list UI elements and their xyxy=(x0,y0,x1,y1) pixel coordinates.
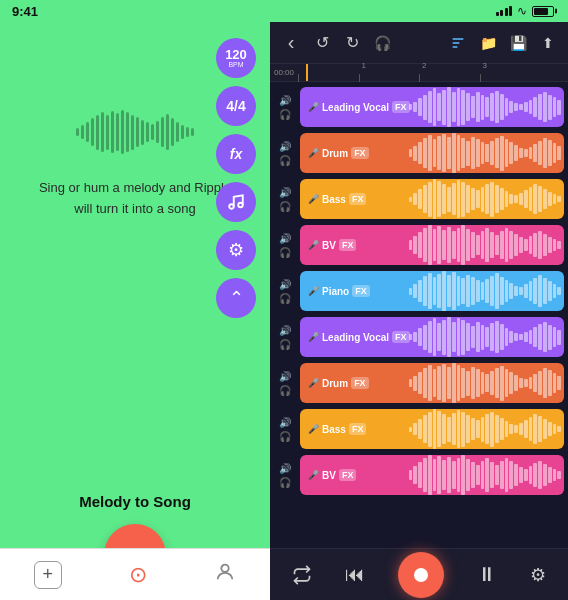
undo-button[interactable]: ↺ xyxy=(308,29,336,57)
status-time: 9:41 xyxy=(12,4,38,19)
bpm-button[interactable]: 120 BPM xyxy=(216,38,256,78)
bpm-value: 120 xyxy=(225,48,247,61)
left-panel: 120 BPM 4/4 fx ⚙ ⌃ xyxy=(0,22,270,600)
waveform-visualization xyxy=(406,317,564,357)
tune-tool-button[interactable] xyxy=(444,29,472,57)
bottom-nav: + ⊙ xyxy=(0,548,270,600)
track-label: 🎤DrumFX xyxy=(308,377,369,389)
right-toolbar: ‹ ↺ ↻ 🎧 📁 💾 ⬆ xyxy=(270,22,568,64)
track-row: 🔊 🎧 🎤BVFX xyxy=(270,453,568,497)
status-bar: 9:41 ∿ xyxy=(0,0,568,22)
waveform-visualization xyxy=(406,363,564,403)
waveform-visualization xyxy=(406,409,564,449)
track-waveform[interactable]: 🎤DrumFX xyxy=(300,133,564,173)
waveform-display xyxy=(40,102,230,162)
waveform-visualization xyxy=(406,179,564,219)
track-waveform[interactable]: 🎤Leading VocalFX xyxy=(300,317,564,357)
track-waveform[interactable]: 🎤PianoFX xyxy=(300,271,564,311)
track-row: 🔊 🎧 🎤BassFX xyxy=(270,177,568,221)
track-label: 🎤Leading VocalFX xyxy=(308,331,410,343)
status-right: ∿ xyxy=(496,4,555,18)
mute-icon[interactable]: 🔊 xyxy=(279,279,291,290)
track-label: 🎤DrumFX xyxy=(308,147,369,159)
back-button[interactable]: ‹ xyxy=(276,28,306,58)
waveform-visualization xyxy=(406,271,564,311)
track-label: 🎤BVFX xyxy=(308,239,356,251)
timeline-ruler: 00:00 1 2 3 xyxy=(270,64,568,82)
svg-point-2 xyxy=(222,565,229,572)
chevron-up-button[interactable]: ⌃ xyxy=(216,278,256,318)
redo-button[interactable]: ↻ xyxy=(338,29,366,57)
mute-icon[interactable]: 🔊 xyxy=(279,417,291,428)
mute-icon[interactable]: 🔊 xyxy=(279,141,291,152)
tool-buttons: 120 BPM 4/4 fx ⚙ ⌃ xyxy=(216,38,256,318)
mute-icon[interactable]: 🔊 xyxy=(279,371,291,382)
waveform-visualization xyxy=(406,455,564,495)
headphone-track-icon[interactable]: 🎧 xyxy=(279,247,291,258)
track-label: 🎤BassFX xyxy=(308,423,366,435)
headphone-track-icon[interactable]: 🎧 xyxy=(279,155,291,166)
headphone-track-icon[interactable]: 🎧 xyxy=(279,201,291,212)
loop-button[interactable] xyxy=(292,565,312,585)
signal-icon xyxy=(496,6,513,16)
headphone-track-icon[interactable]: 🎧 xyxy=(279,385,291,396)
transport-record-button[interactable] xyxy=(398,552,444,598)
track-row: 🔊 🎧 🎤PianoFX xyxy=(270,269,568,313)
mute-icon[interactable]: 🔊 xyxy=(279,233,291,244)
mute-icon[interactable]: 🔊 xyxy=(279,187,291,198)
add-nav-button[interactable]: + xyxy=(34,561,62,589)
share-button[interactable]: ⬆ xyxy=(534,29,562,57)
wifi-icon: ∿ xyxy=(517,4,527,18)
mode-label: Melody to Song xyxy=(79,493,191,510)
fx-button[interactable]: fx xyxy=(216,134,256,174)
pause-button[interactable]: ⏸ xyxy=(477,563,497,586)
mute-icon[interactable]: 🔊 xyxy=(279,463,291,474)
transport-settings-button[interactable]: ⚙ xyxy=(530,564,546,586)
bottom-transport: ⏮ ⏸ ⚙ xyxy=(270,548,568,600)
waveform-visualization xyxy=(406,87,564,127)
track-waveform[interactable]: 🎤DrumFX xyxy=(300,363,564,403)
track-waveform[interactable]: 🎤BassFX xyxy=(300,179,564,219)
svg-point-1 xyxy=(238,203,243,208)
rewind-button[interactable]: ⏮ xyxy=(345,563,365,586)
track-row: 🔊 🎧 🎤BVFX xyxy=(270,223,568,267)
time-sig-button[interactable]: 4/4 xyxy=(216,86,256,126)
track-waveform[interactable]: 🎤BVFX xyxy=(300,225,564,265)
home-nav-button[interactable]: ⊙ xyxy=(129,562,147,588)
track-waveform[interactable]: 🎤BassFX xyxy=(300,409,564,449)
track-waveform[interactable]: 🎤BVFX xyxy=(300,455,564,495)
svg-point-0 xyxy=(229,204,234,209)
save-button[interactable]: 💾 xyxy=(504,29,532,57)
track-label: 🎤BassFX xyxy=(308,193,366,205)
mute-icon[interactable]: 🔊 xyxy=(279,95,291,106)
headphone-track-icon[interactable]: 🎧 xyxy=(279,339,291,350)
headphone-track-icon[interactable]: 🎧 xyxy=(279,109,291,120)
right-panel: ‹ ↺ ↻ 🎧 📁 💾 ⬆ 00:00 1 2 3 xyxy=(270,22,568,600)
headphone-track-icon[interactable]: 🎧 xyxy=(279,293,291,304)
track-label: 🎤Leading VocalFX xyxy=(308,101,410,113)
track-row: 🔊 🎧 🎤DrumFX xyxy=(270,361,568,405)
tracks-area: 🔊 🎧 🎤Leading VocalFX 🔊 🎧 🎤DrumFX 🔊 🎧 🎤Ba… xyxy=(270,82,568,548)
track-waveform[interactable]: 🎤Leading VocalFX xyxy=(300,87,564,127)
main-content: 120 BPM 4/4 fx ⚙ ⌃ xyxy=(0,22,568,600)
waveform-visualization xyxy=(406,133,564,173)
waveform-visualization xyxy=(406,225,564,265)
track-row: 🔊 🎧 🎤BassFX xyxy=(270,407,568,451)
folder-button[interactable]: 📁 xyxy=(474,29,502,57)
headphone-track-icon[interactable]: 🎧 xyxy=(279,477,291,488)
bpm-unit: BPM xyxy=(228,61,243,68)
track-row: 🔊 🎧 🎤Leading VocalFX xyxy=(270,85,568,129)
settings-button[interactable]: ⚙ xyxy=(216,230,256,270)
track-row: 🔊 🎧 🎤DrumFX xyxy=(270,131,568,175)
profile-nav-button[interactable] xyxy=(214,561,236,588)
track-label: 🎤PianoFX xyxy=(308,285,370,297)
track-row: 🔊 🎧 🎤Leading VocalFX xyxy=(270,315,568,359)
headphones-button[interactable]: 🎧 xyxy=(368,29,396,57)
headphone-track-icon[interactable]: 🎧 xyxy=(279,431,291,442)
track-label: 🎤BVFX xyxy=(308,469,356,481)
battery-icon xyxy=(532,6,554,17)
tune-button[interactable] xyxy=(216,182,256,222)
mute-icon[interactable]: 🔊 xyxy=(279,325,291,336)
